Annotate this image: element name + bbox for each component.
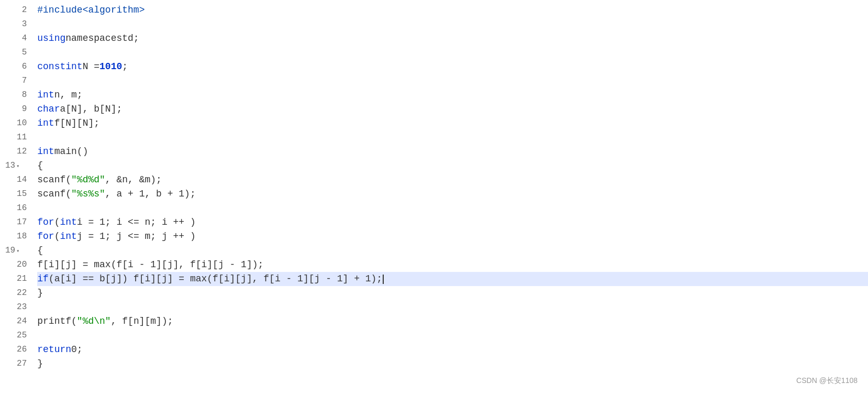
code-token: int (37, 116, 54, 130)
code-line (37, 329, 868, 343)
code-line: { (37, 159, 868, 173)
code-token: ( (54, 229, 60, 244)
code-token: "%s%s" (71, 187, 105, 201)
line-number: 24 (5, 314, 27, 329)
code-token: } (37, 286, 43, 300)
line-number[interactable]: 19▾ (5, 244, 27, 258)
line-number: 15 (5, 187, 27, 201)
code-line: } (37, 286, 868, 300)
code-token: int (37, 145, 54, 159)
code-token: ( (54, 215, 60, 229)
code-token: int (37, 88, 54, 102)
code-token: char (37, 102, 60, 116)
line-number: 23 (5, 300, 27, 314)
code-token: main() (54, 145, 88, 159)
code-line: const int N = 1010; (37, 60, 868, 74)
line-number: 26 (5, 343, 27, 357)
code-token: f[N][N]; (54, 116, 99, 130)
editor-container: 2345678910111213▾141516171819▾2021222324… (0, 0, 868, 394)
line-number: 5 (5, 46, 27, 60)
code-line (37, 17, 868, 31)
code-token: "%d%d" (71, 173, 105, 187)
code-token: i = 1; i <= n; i ++ ) (77, 215, 196, 229)
text-cursor (383, 275, 384, 284)
code-token: if (37, 272, 49, 286)
line-number: 11 (5, 130, 27, 145)
code-token: for (37, 229, 54, 244)
line-number: 4 (5, 31, 27, 46)
code-token: return (37, 343, 71, 357)
code-line: scanf("%d%d", &n, &m); (37, 173, 868, 187)
code-token: namespace (65, 31, 116, 46)
line-number: 21 (5, 272, 27, 286)
code-line (37, 46, 868, 60)
code-token: N = (83, 60, 99, 74)
code-token: for (37, 215, 54, 229)
code-line: } (37, 357, 868, 371)
code-token: #include (37, 3, 82, 17)
code-line: printf("%d\n", f[n][m]); (37, 314, 868, 329)
code-line (37, 300, 868, 314)
code-content[interactable]: #include <algorithm>using namespace std;… (32, 3, 868, 394)
code-line: using namespace std; (37, 31, 868, 46)
line-number: 14 (5, 173, 27, 187)
fold-arrow-icon[interactable]: ▾ (16, 248, 19, 254)
line-number: 16 (5, 201, 27, 215)
line-number: 20 (5, 258, 27, 272)
code-token: scanf( (37, 173, 71, 187)
code-token: , a + 1, b + 1); (105, 187, 196, 201)
code-token: n, m; (54, 88, 83, 102)
code-token: a[N], b[N]; (60, 102, 122, 116)
code-token: } (37, 357, 43, 371)
line-number: 10 (5, 116, 27, 130)
code-area: 2345678910111213▾141516171819▾2021222324… (0, 0, 868, 394)
line-number: 7 (5, 74, 27, 88)
code-token: int (65, 60, 82, 74)
code-token: scanf( (37, 187, 71, 201)
code-token: int (60, 215, 76, 229)
line-number: 12 (5, 145, 27, 159)
line-number[interactable]: 13▾ (5, 159, 27, 173)
code-line: { (37, 244, 868, 258)
code-token: , f[n][m]); (111, 314, 173, 329)
line-number: 27 (5, 357, 27, 371)
code-token: f[i][j] = max(f[i - 1][j], f[i][j - 1]); (37, 258, 263, 272)
code-token: j = 1; j <= m; j ++ ) (77, 229, 196, 244)
code-token: printf( (37, 314, 77, 329)
code-token: ; (122, 60, 128, 74)
line-number: 3 (5, 17, 27, 31)
code-token: 0; (71, 343, 83, 357)
code-token: { (37, 244, 43, 258)
code-line (37, 74, 868, 88)
line-number: 6 (5, 60, 27, 74)
code-line: scanf("%s%s", a + 1, b + 1); (37, 187, 868, 201)
line-number: 9 (5, 102, 27, 116)
line-number: 18 (5, 229, 27, 244)
line-number: 17 (5, 215, 27, 229)
line-number: 8 (5, 88, 27, 102)
watermark: CSDN @长安1108 (796, 374, 858, 388)
fold-arrow-icon[interactable]: ▾ (16, 163, 19, 169)
code-line: f[i][j] = max(f[i - 1][j], f[i][j - 1]); (37, 258, 868, 272)
code-token: 1010 (99, 60, 122, 74)
code-token: (a[i] == b[j]) f[i][j] = max(f[i][j], f[… (49, 272, 382, 286)
line-number: 22 (5, 286, 27, 300)
code-line: char a[N], b[N]; (37, 102, 868, 116)
line-number: 25 (5, 329, 27, 343)
code-line: for (int j = 1; j <= m; j ++ ) (37, 229, 868, 244)
code-line: #include <algorithm> (37, 3, 868, 17)
code-token: <algorithm> (83, 3, 145, 17)
code-line: return 0; (37, 343, 868, 357)
code-token: using (37, 31, 65, 46)
code-token: const (37, 60, 65, 74)
code-line: for (int i = 1; i <= n; i ++ ) (37, 215, 868, 229)
code-token: "%d\n" (77, 314, 111, 329)
code-token: , &n, &m); (105, 173, 162, 187)
code-token: int (60, 229, 76, 244)
code-line (37, 201, 868, 215)
code-token: std; (116, 31, 139, 46)
line-numbers: 2345678910111213▾141516171819▾2021222324… (0, 3, 32, 394)
code-line: int main() (37, 145, 868, 159)
code-line: int f[N][N]; (37, 116, 868, 130)
line-number: 2 (5, 3, 27, 17)
